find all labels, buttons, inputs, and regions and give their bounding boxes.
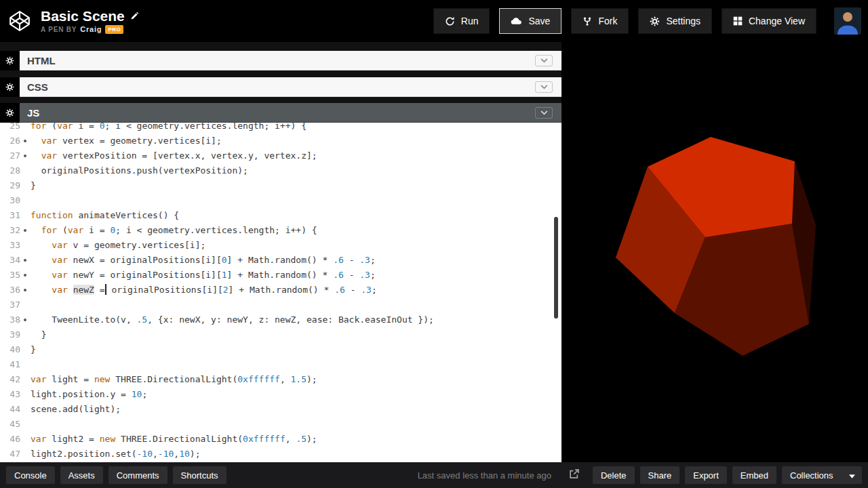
code-token: var [31,374,46,384]
code-token: = [94,285,105,295]
code-token: TweenLite.to(v, [31,314,137,325]
code-token: .5 [137,314,148,325]
code-line-38[interactable]: 38 TweenLite.to(v, .5, {x: newX, y: newY… [0,312,561,327]
code-line-46[interactable]: 46var light2 = new THREE.DirectionalLigh… [0,432,561,447]
code-token [31,150,41,161]
code-token: 0 [222,255,227,265]
code-line-43[interactable]: 43light.position.y = 10; [0,387,561,402]
html-editor-header[interactable]: HTML [0,51,561,70]
code-token: 0 [100,123,105,131]
code-line-35[interactable]: 35 var newY = originalPositions[i][1] + … [0,268,561,283]
share-button[interactable]: Share [640,466,680,484]
settings-button[interactable]: Settings [638,8,712,34]
code-line-41[interactable]: 41 [0,357,561,372]
fork-button[interactable]: Fork [571,8,629,34]
code-token: ( [57,225,68,235]
code-token: for [41,225,57,235]
line-number: 43 [0,387,20,402]
shortcuts-button[interactable]: Shortcuts [173,466,226,484]
code-token: 0xffffff [243,434,285,444]
export-button[interactable]: Export [685,466,727,484]
run-icon [445,16,455,26]
css-settings-gear-icon[interactable] [0,77,20,97]
line-number: 46 [0,432,20,447]
user-avatar[interactable] [834,7,861,35]
codepen-logo-icon[interactable] [7,8,33,34]
code-token: ; i < geometry.vertices.length; i++) { [105,123,307,131]
code-line-44[interactable]: 44scene.add(light); [0,402,561,417]
preview-canvas[interactable] [568,42,868,462]
header: Basic Scene A PEN BY Craig PRO Run [0,0,868,42]
js-code-editor[interactable]: 25for (var i = 0; i < geometry.vertices.… [0,123,561,462]
code-token: for [31,123,46,131]
code-token: THREE.DirectionalLight( [115,434,243,444]
line-number: 30 [0,193,20,208]
css-editor-label: CSS [27,81,48,93]
line-number: 31 [0,208,20,223]
chevron-down-icon [849,470,855,481]
code-token: THREE.DirectionalLight( [110,374,237,384]
css-chevron-down-icon[interactable] [535,81,553,93]
grid-icon [733,16,743,26]
code-line-42[interactable]: 42var light = new THREE.DirectionalLight… [0,372,561,387]
code-line-25[interactable]: 25for (var i = 0; i < geometry.vertices.… [0,123,561,134]
code-line-34[interactable]: 34 var newX = originalPositions[i][0] + … [0,253,561,268]
js-chevron-down-icon[interactable] [535,107,553,119]
settings-label: Settings [666,16,701,26]
html-chevron-down-icon[interactable] [535,55,553,66]
change-view-button[interactable]: Change View [722,8,816,34]
editor-scrollbar[interactable] [554,217,558,319]
line-number: 47 [0,447,20,462]
code-line-40[interactable]: 40} [0,342,561,357]
code-token: 1 [222,270,227,280]
code-line-45[interactable]: 45 [0,417,561,432]
code-token: i = [83,225,110,235]
brand-area: Basic Scene A PEN BY Craig PRO [7,8,139,34]
console-button[interactable]: Console [6,466,55,484]
code-token: .6 [334,285,345,295]
embed-button[interactable]: Embed [732,466,776,484]
code-token: var [52,285,67,295]
line-number: 25 [0,123,20,134]
css-editor-header[interactable]: CSS [0,77,561,97]
code-line-39[interactable]: 39 } [0,327,561,342]
code-line-26[interactable]: 26 var vertex = geometry.vertices[i]; [0,134,561,148]
assets-button[interactable]: Assets [60,466,103,484]
code-token: ] + Math.random() * [227,270,334,280]
js-editor-label: JS [27,107,39,119]
code-token: animateVertices() { [73,210,180,220]
author-link[interactable]: Craig [80,25,102,33]
js-editor-header[interactable]: JS [0,103,561,123]
code-line-47[interactable]: 47light2.position.set(-10,-10,10); [0,447,561,462]
save-button[interactable]: Save [499,8,561,34]
js-settings-gear-icon[interactable] [0,103,20,123]
code-token: var [41,150,57,161]
code-line-28[interactable]: 28 originalPositions.push(vertexPosition… [0,163,561,178]
code-token: .6 [333,270,344,280]
code-line-29[interactable]: 29} [0,178,561,193]
line-number: 36 [0,283,20,298]
preview-pane[interactable] [568,42,868,462]
run-button[interactable]: Run [433,8,490,34]
code-token: function [31,210,73,220]
code-text [20,298,31,312]
code-token: , [174,449,179,459]
code-token: var [68,225,83,235]
delete-button[interactable]: Delete [593,466,635,484]
code-token: , [280,374,291,384]
code-line-27[interactable]: 27 var vertexPosition = [vertex.x, verte… [0,148,561,163]
pro-badge: PRO [105,25,123,34]
code-line-37[interactable]: 37 [0,298,561,312]
code-line-30[interactable]: 30 [0,193,561,208]
edit-title-icon[interactable] [130,12,139,20]
html-settings-gear-icon[interactable] [0,51,20,70]
code-line-32[interactable]: 32 for (var i = 0; i < geometry.vertices… [0,223,561,238]
code-line-31[interactable]: 31function animateVertices() { [0,208,561,223]
comments-button[interactable]: Comments [108,466,167,484]
html-editor-label: HTML [27,55,56,66]
code-text: var vertex = geometry.vertices[i]; [20,134,222,148]
open-in-new-button[interactable] [565,468,583,483]
collections-button[interactable]: Collections [782,466,862,484]
code-line-33[interactable]: 33 var v = geometry.vertices[i]; [0,238,561,253]
code-line-36[interactable]: 36 var newZ = originalPositions[i][2] + … [0,283,561,298]
